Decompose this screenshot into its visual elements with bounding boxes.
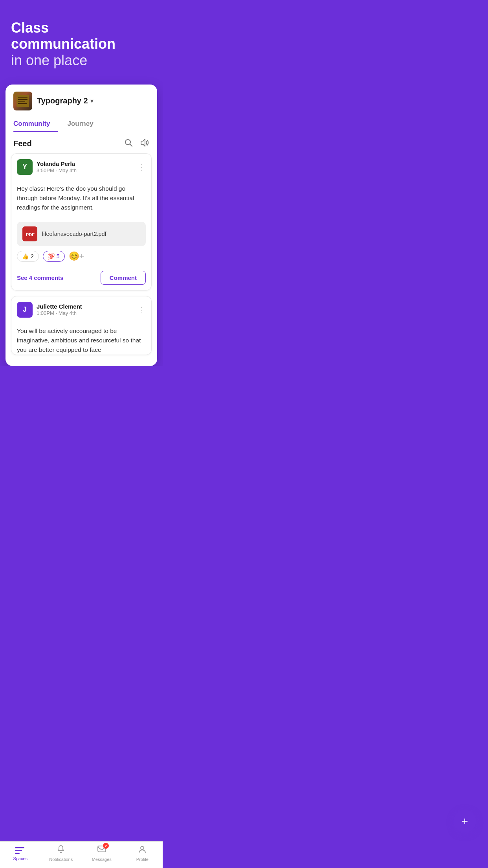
post-header-1: Y Yolanda Perla 3:50PM · May 4th ⋮ [11, 154, 151, 179]
thumbsup-reaction[interactable]: 👍 2 [17, 251, 39, 262]
post-time-1: 3:50PM · May 4th [37, 167, 77, 173]
sound-button[interactable] [140, 138, 149, 149]
class-thumbnail [13, 92, 32, 110]
card-header: Typography 2 ▾ [6, 85, 157, 116]
thumbsup-emoji: 👍 [22, 253, 29, 259]
main-card: Typography 2 ▾ Community Journey Feed [6, 85, 157, 366]
search-icon [124, 138, 133, 147]
tab-community[interactable]: Community [13, 116, 58, 132]
post-body-2: You will be actively encouraged to be im… [11, 322, 151, 355]
sound-icon [140, 138, 149, 147]
post-author-row-1: Y Yolanda Perla 3:50PM · May 4th [17, 159, 77, 175]
svg-text:PDF: PDF [26, 232, 35, 237]
hero-section: Class communication in one place [0, 0, 163, 85]
author-info-1: Yolanda Perla 3:50PM · May 4th [37, 160, 77, 173]
svg-rect-3 [18, 101, 25, 102]
tab-journey[interactable]: Journey [68, 116, 101, 132]
comment-button[interactable]: Comment [101, 271, 146, 285]
feed-header: Feed [6, 132, 157, 153]
hundred-reaction[interactable]: 💯 5 [43, 251, 65, 262]
feed-title: Feed [13, 139, 32, 148]
svg-rect-2 [18, 99, 28, 100]
tabs-container: Community Journey [6, 116, 157, 132]
hundred-emoji: 💯 [48, 253, 55, 259]
author-info-2: Juliette Clement 1:00PM · May 4th [37, 303, 82, 316]
avatar-yolanda: Y [17, 159, 33, 175]
class-thumbnail-image [13, 92, 32, 110]
author-name-2: Juliette Clement [37, 303, 82, 310]
avatar-juliette: J [17, 302, 33, 318]
post-author-row-2: J Juliette Clement 1:00PM · May 4th [17, 302, 82, 318]
class-image-icon [17, 95, 29, 107]
chevron-down-icon[interactable]: ▾ [90, 97, 94, 105]
post-time-2: 1:00PM · May 4th [37, 310, 82, 316]
pdf-icon: PDF [22, 226, 37, 241]
post-card-2: J Juliette Clement 1:00PM · May 4th ⋮ Yo… [11, 296, 152, 355]
post-body-1: Hey class! Here's the doc you should go … [11, 179, 151, 217]
svg-rect-1 [18, 97, 28, 98]
add-reaction-button[interactable]: 😊+ [69, 251, 84, 261]
search-button[interactable] [124, 138, 133, 149]
feed-icons [124, 138, 149, 149]
post-header-2: J Juliette Clement 1:00PM · May 4th ⋮ [11, 296, 151, 322]
svg-marker-7 [141, 139, 145, 146]
pdf-file-icon: PDF [24, 228, 35, 239]
hundred-count: 5 [57, 253, 60, 259]
svg-rect-4 [18, 103, 27, 104]
posts-container: Y Yolanda Perla 3:50PM · May 4th ⋮ Hey c… [6, 153, 157, 366]
post-footer-1: See 4 comments Comment [11, 266, 151, 290]
pdf-attachment[interactable]: PDF lifeofanavocado-part2.pdf [17, 222, 146, 246]
more-options-button-2[interactable]: ⋮ [138, 306, 146, 314]
thumbsup-count: 2 [31, 253, 34, 259]
svg-line-6 [130, 144, 132, 146]
author-name-1: Yolanda Perla [37, 160, 77, 167]
pdf-filename: lifeofanavocado-part2.pdf [42, 231, 106, 237]
class-name-row[interactable]: Typography 2 ▾ [37, 96, 94, 105]
see-comments-button[interactable]: See 4 comments [17, 274, 63, 281]
class-name: Typography 2 [37, 96, 88, 105]
more-options-button-1[interactable]: ⋮ [138, 163, 146, 171]
reactions-row-1: 👍 2 💯 5 😊+ [11, 246, 151, 266]
hero-subtitle: in one place [11, 52, 152, 69]
hero-title: Class communication [11, 20, 152, 52]
post-card: Y Yolanda Perla 3:50PM · May 4th ⋮ Hey c… [11, 153, 152, 291]
